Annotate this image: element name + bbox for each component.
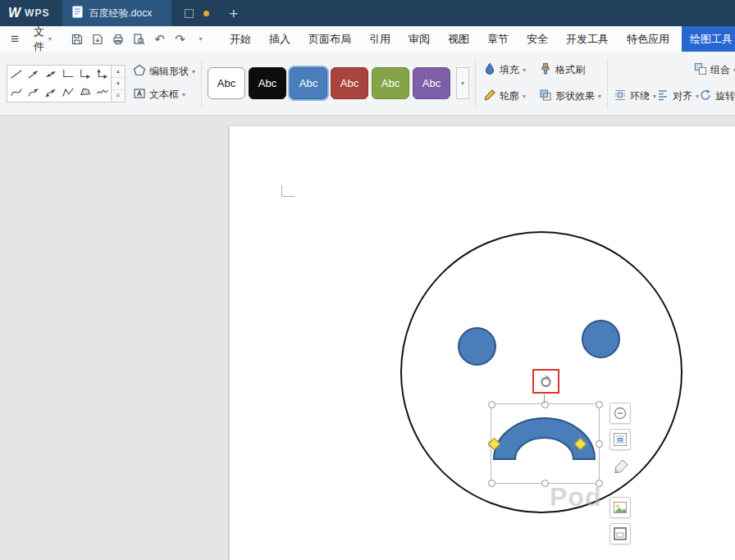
menubar: ≡ 文件 ▾ ↶↷▾ 开始 插入 页面布局 引用 审阅 视图 章节 安全 开发工… xyxy=(0,26,735,52)
save-icon[interactable] xyxy=(67,30,88,49)
tab-section[interactable]: 章节 xyxy=(478,26,518,52)
frame-tool-button[interactable] xyxy=(609,523,631,544)
gallery-more-icon[interactable]: ≡ xyxy=(112,90,125,102)
text-wrap-icon xyxy=(614,89,627,104)
outline-button[interactable]: 轮廓 ▾ xyxy=(483,89,526,104)
new-tab-button[interactable]: + xyxy=(229,6,238,21)
rotate-icon xyxy=(699,89,712,104)
shape-style-option-2[interactable]: Abc xyxy=(249,67,286,99)
chevron-down-icon: ▾ xyxy=(48,36,52,43)
minus-circle-icon xyxy=(614,407,627,420)
document-tab-title: 百度经验.docx xyxy=(89,7,152,20)
toolbar-more-icon[interactable]: ▾ xyxy=(190,30,211,49)
rotate-label: 旋转 xyxy=(715,89,735,103)
chevron-down-icon: ▾ xyxy=(461,80,464,87)
format-painter-button[interactable]: 格式刷 xyxy=(539,62,601,78)
arrow-icon[interactable] xyxy=(25,66,42,84)
chevron-down-icon: ▾ xyxy=(192,69,195,75)
outline-icon xyxy=(483,89,496,104)
fill-button[interactable]: 填充 ▾ xyxy=(483,62,526,78)
tab-home[interactable]: 开始 xyxy=(221,26,260,52)
shape-style-option-3[interactable]: Abc xyxy=(290,67,327,99)
tab-special-features[interactable]: 特色应用 xyxy=(618,26,678,52)
separator xyxy=(475,60,476,107)
rotate-button[interactable]: 旋转 ▾ xyxy=(699,89,735,104)
tab-developer[interactable]: 开发工具 xyxy=(557,26,618,52)
group-label: 组合 xyxy=(710,63,730,77)
export-icon[interactable] xyxy=(88,30,108,49)
shape-style-option-5[interactable]: Abc xyxy=(372,67,409,99)
document-icon xyxy=(72,6,83,20)
tab-page-layout[interactable]: 页面布局 xyxy=(299,26,360,52)
line-icon[interactable] xyxy=(7,66,25,84)
fill-icon xyxy=(483,62,496,78)
edit-shape-label: 编辑形状 xyxy=(149,65,189,79)
picture-icon xyxy=(613,500,628,515)
ribbon: ▴ ▾ ≡ 编辑形状 ▾ 文本框 ▾ Abc Abc Abc Abc Abc xyxy=(0,52,735,116)
align-label: 对齐 xyxy=(673,89,692,103)
rotation-connector-line xyxy=(544,394,545,403)
scribble-icon[interactable] xyxy=(94,84,111,102)
wrap-button[interactable]: 环绕 ▾ xyxy=(614,89,656,104)
wps-logo-icon: W xyxy=(8,6,20,20)
elbow-double-arrow-icon[interactable] xyxy=(94,66,111,84)
curve-icon[interactable] xyxy=(7,84,25,102)
layout-options-icon xyxy=(613,432,628,447)
tab-overview-icon[interactable] xyxy=(185,9,194,18)
shape-style-option-4[interactable]: Abc xyxy=(331,67,368,99)
collapse-toolbar-button[interactable] xyxy=(609,403,631,424)
tab-view[interactable]: 视图 xyxy=(439,26,478,52)
elbow-icon[interactable] xyxy=(59,66,76,84)
shape-gallery: ▴ ▾ ≡ xyxy=(7,65,126,102)
double-arrow-icon[interactable] xyxy=(42,66,59,84)
hamburger-menu-icon[interactable]: ≡ xyxy=(0,32,26,46)
shape-style-option-6[interactable]: Abc xyxy=(413,67,450,99)
chevron-down-icon: ▾ xyxy=(523,93,526,100)
titlebar: W WPS 百度经验.docx + xyxy=(0,0,735,26)
fill-label: 填充 xyxy=(500,63,519,77)
right-eye-shape[interactable] xyxy=(582,320,620,358)
shape-effects-icon xyxy=(539,89,552,104)
gallery-scroll-down-icon[interactable]: ▾ xyxy=(112,78,125,90)
picture-tool-button[interactable] xyxy=(609,497,631,518)
edit-shape-button[interactable]: 编辑形状 ▾ xyxy=(133,64,195,80)
shape-gallery-cells xyxy=(7,65,112,102)
redo-icon[interactable]: ↷ xyxy=(170,30,190,49)
tab-drawing-tools[interactable]: 绘图工具 xyxy=(682,26,735,52)
undo-icon[interactable]: ↶ xyxy=(149,30,170,49)
group-button[interactable]: 组合 ▾ xyxy=(694,62,735,78)
text-box-button[interactable]: 文本框 ▾ xyxy=(133,87,195,102)
format-painter-icon xyxy=(539,62,552,78)
ribbon-tabs: 开始 插入 页面布局 引用 审阅 视图 章节 安全 开发工具 特色应用 绘图工具 xyxy=(221,26,735,52)
wps-logo[interactable]: W WPS xyxy=(0,0,62,26)
layout-options-button[interactable] xyxy=(609,429,631,450)
arrange-group: 组合 ▾ 环绕 ▾ 对齐 ▾ 旋转 ▾ xyxy=(614,62,735,104)
curved-double-arrow-icon[interactable] xyxy=(42,84,59,102)
quick-style-brush-button[interactable] xyxy=(611,456,631,477)
freeform-icon[interactable] xyxy=(59,84,76,102)
styles-more-button[interactable]: ▾ xyxy=(456,67,469,99)
document-tab[interactable]: 百度经验.docx xyxy=(62,0,171,26)
print-icon[interactable] xyxy=(108,30,129,49)
margin-mark xyxy=(281,185,294,197)
tab-security[interactable]: 安全 xyxy=(518,26,557,52)
curved-arrow-icon[interactable] xyxy=(25,84,42,102)
left-eye-shape[interactable] xyxy=(458,327,496,366)
gallery-scroll-up-icon[interactable]: ▴ xyxy=(112,66,125,78)
separator xyxy=(201,60,202,107)
closed-freeform-icon[interactable] xyxy=(76,84,94,102)
tab-references[interactable]: 引用 xyxy=(360,26,399,52)
shape-style-option-1[interactable]: Abc xyxy=(208,67,245,99)
unsaved-indicator-dot xyxy=(203,11,209,16)
file-menu-button[interactable]: 文件 ▾ xyxy=(26,25,59,54)
format-painter-label: 格式刷 xyxy=(555,63,585,77)
shape-style-gallery: Abc Abc Abc Abc Abc Abc ▾ xyxy=(208,67,469,99)
elbow-arrow-icon[interactable] xyxy=(76,66,94,84)
watermark: Pod xyxy=(550,482,601,512)
align-button[interactable]: 对齐 ▾ xyxy=(656,89,699,104)
tab-review[interactable]: 审阅 xyxy=(399,26,439,52)
shape-effects-button[interactable]: 形状效果 ▾ xyxy=(539,89,601,104)
rotate-handle-icon[interactable] xyxy=(539,375,553,389)
tab-insert[interactable]: 插入 xyxy=(260,26,299,52)
preview-icon[interactable] xyxy=(129,30,149,49)
